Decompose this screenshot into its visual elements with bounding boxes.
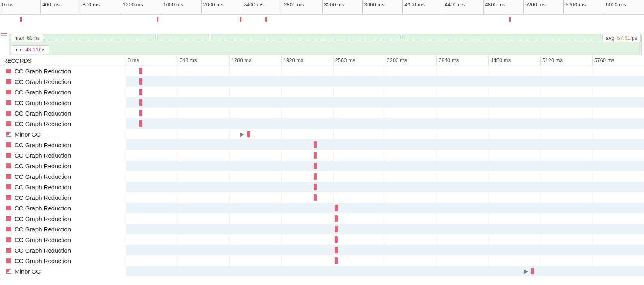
- event-marker[interactable]: [335, 236, 338, 243]
- records-row[interactable]: CC Graph Reduction: [0, 76, 644, 87]
- records-tick: 1280 ms: [229, 56, 252, 65]
- record-lane[interactable]: ▶: [126, 266, 644, 276]
- records-row[interactable]: CC Graph Reduction: [0, 118, 644, 129]
- lane-gridline: [436, 108, 437, 118]
- records-row[interactable]: CC Graph Reduction: [0, 245, 644, 255]
- overview-ruler[interactable]: 0 ms400 ms800 ms1200 ms1600 ms2000 ms240…: [0, 0, 644, 15]
- lane-gridline: [385, 118, 385, 129]
- event-marker[interactable]: [314, 194, 317, 201]
- fps-lane[interactable]: max 60fps min 43.11fps avg 57.61fps: [0, 32, 644, 56]
- event-marker[interactable]: [314, 173, 317, 180]
- lane-gridline: [281, 245, 282, 255]
- record-lane[interactable]: [126, 224, 644, 234]
- lane-gridline: [229, 108, 230, 118]
- lane-gridline: [229, 150, 230, 161]
- records-time-axis[interactable]: 0 ms640 ms1280 ms1920 ms2560 ms3200 ms38…: [126, 56, 644, 65]
- record-label: CC Graph Reduction: [0, 255, 126, 266]
- expand-icon[interactable]: ▶: [524, 268, 528, 274]
- lane-gridline: [488, 87, 489, 97]
- event-marker[interactable]: [314, 141, 317, 148]
- record-label: CC Graph Reduction: [0, 66, 126, 76]
- records-row[interactable]: CC Graph Reduction: [0, 150, 644, 161]
- record-lane[interactable]: [126, 182, 644, 192]
- records-row[interactable]: CC Graph Reduction: [0, 139, 644, 150]
- lane-gridline: [385, 203, 385, 213]
- lane-gridline: [229, 192, 230, 203]
- record-lane[interactable]: [126, 255, 644, 266]
- records-row[interactable]: CC Graph Reduction: [0, 224, 644, 234]
- overview-marker: [240, 17, 241, 22]
- records-row[interactable]: CC Graph Reduction: [0, 161, 644, 171]
- records-row[interactable]: CC Graph Reduction: [0, 87, 644, 97]
- lane-gridline: [436, 266, 437, 276]
- overview-marker-strip[interactable]: [0, 15, 644, 32]
- record-lane[interactable]: [126, 139, 644, 150]
- event-marker[interactable]: [335, 257, 338, 264]
- event-marker[interactable]: [335, 205, 338, 211]
- cc-swatch-icon: [6, 195, 11, 200]
- record-lane[interactable]: [126, 245, 644, 255]
- record-label-text: CC Graph Reduction: [15, 120, 71, 127]
- records-row[interactable]: CC Graph Reduction: [0, 192, 644, 203]
- lane-gridline: [385, 129, 385, 139]
- event-marker[interactable]: [335, 247, 338, 253]
- records-row[interactable]: CC Graph Reduction: [0, 108, 644, 118]
- record-lane[interactable]: [126, 192, 644, 203]
- record-lane[interactable]: [126, 171, 644, 182]
- record-lane[interactable]: [126, 234, 644, 245]
- event-marker[interactable]: [139, 120, 142, 127]
- record-lane[interactable]: [126, 97, 644, 108]
- fps-dip: [400, 34, 403, 39]
- lane-gridline: [281, 192, 282, 203]
- record-lane[interactable]: [126, 76, 644, 87]
- expand-icon[interactable]: ▶: [240, 131, 244, 137]
- lane-gridline: [229, 224, 230, 234]
- lane-gridline: [229, 129, 230, 139]
- event-marker[interactable]: [139, 110, 142, 116]
- record-lane[interactable]: [126, 108, 644, 118]
- record-lane[interactable]: [126, 161, 644, 171]
- records-tick: 1920 ms: [281, 56, 304, 65]
- records-row[interactable]: CC Graph Reduction: [0, 97, 644, 108]
- records-row[interactable]: CC Graph Reduction: [0, 255, 644, 266]
- lane-gridline: [385, 97, 385, 108]
- event-marker[interactable]: [139, 68, 142, 74]
- lane-gridline: [333, 213, 334, 224]
- record-lane[interactable]: [126, 66, 644, 76]
- event-marker[interactable]: [335, 226, 338, 232]
- lane-gridline: [281, 97, 282, 108]
- event-marker[interactable]: [314, 184, 317, 190]
- record-lane[interactable]: [126, 213, 644, 224]
- record-lane[interactable]: [126, 203, 644, 213]
- lane-gridline: [178, 234, 178, 245]
- records-row[interactable]: CC Graph Reduction: [0, 182, 644, 192]
- event-marker[interactable]: [531, 268, 534, 274]
- event-marker[interactable]: [247, 131, 250, 137]
- records-row[interactable]: CC Graph Reduction: [0, 203, 644, 213]
- records-row[interactable]: CC Graph Reduction: [0, 66, 644, 76]
- records-row[interactable]: Minor GC▶: [0, 129, 644, 139]
- lane-gridline: [229, 76, 230, 87]
- event-marker[interactable]: [139, 78, 142, 85]
- record-lane[interactable]: [126, 118, 644, 129]
- record-lane[interactable]: ▶: [126, 129, 644, 139]
- record-label: CC Graph Reduction: [0, 224, 126, 234]
- fps-min-value: 43.11: [26, 47, 39, 53]
- record-label-text: CC Graph Reduction: [15, 110, 71, 117]
- lane-gridline: [229, 66, 230, 76]
- lane-gridline: [385, 150, 385, 161]
- lane-gridline: [488, 66, 489, 76]
- lane-gridline: [333, 224, 334, 234]
- event-marker[interactable]: [139, 89, 142, 95]
- event-marker[interactable]: [139, 99, 142, 106]
- records-row[interactable]: CC Graph Reduction: [0, 234, 644, 245]
- record-lane[interactable]: [126, 87, 644, 97]
- records-row[interactable]: Minor GC▶: [0, 266, 644, 276]
- lane-gridline: [281, 150, 282, 161]
- event-marker[interactable]: [314, 163, 317, 169]
- record-lane[interactable]: [126, 150, 644, 161]
- records-row[interactable]: CC Graph Reduction: [0, 213, 644, 224]
- event-marker[interactable]: [314, 152, 317, 159]
- records-row[interactable]: CC Graph Reduction: [0, 171, 644, 182]
- event-marker[interactable]: [335, 215, 338, 222]
